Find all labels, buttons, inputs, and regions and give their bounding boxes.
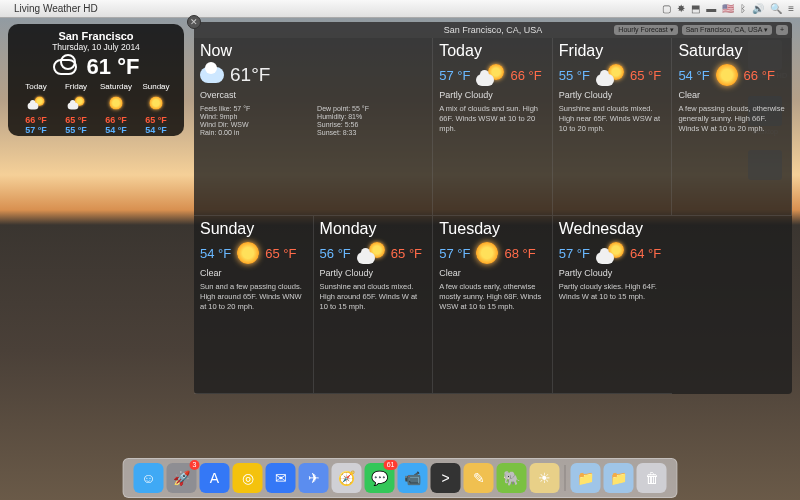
card-lo: 56 °F [320, 246, 351, 261]
finder-icon: ☺ [141, 470, 155, 486]
card-description: Sun and a few passing clouds. High aroun… [200, 282, 307, 311]
app-name[interactable]: Living Weather HD [14, 3, 98, 14]
sun-icon [149, 96, 162, 109]
facetime-icon: 📹 [404, 470, 421, 486]
spotlight-icon[interactable]: 🔍 [770, 3, 782, 14]
evernote-icon: 🐘 [503, 470, 520, 486]
add-location-button[interactable]: + [776, 25, 788, 35]
dock-app-launchpad[interactable]: 🚀3 [167, 463, 197, 493]
dock-app-terminal[interactable]: > [431, 463, 461, 493]
widget-temp: 61 °F [87, 54, 140, 80]
now-card: Now 61°F Overcast Feels like: 57 °F Wind… [194, 38, 433, 216]
dock-app-mailplane[interactable]: ✈ [299, 463, 329, 493]
badge: 3 [190, 460, 200, 470]
card-title: Friday [559, 42, 666, 60]
evernote-tray-icon[interactable]: ✸ [677, 3, 685, 14]
card-lo: 54 °F [678, 68, 709, 83]
menubar[interactable]: Living Weather HD ▢ ✸ ⬒ ▬ 🇺🇸 ᛒ 🔊 🔍 ≡ [0, 0, 800, 18]
day-lo: 57 °F [16, 125, 56, 135]
cloud-icon [200, 67, 224, 83]
airplay-icon[interactable]: ▢ [662, 3, 671, 14]
day-lo: 54 °F [96, 125, 136, 135]
partly-cloudy-icon [357, 242, 385, 264]
card-condition: Clear [200, 268, 307, 278]
close-button[interactable]: ✕ [187, 15, 201, 29]
day-label: Friday [56, 82, 96, 91]
widget-day: Sunday65 °F54 °F [136, 82, 176, 135]
widget-now: 61 °F [16, 54, 176, 80]
card-title: Monday [320, 220, 427, 238]
day-lo: 54 °F [136, 125, 176, 135]
weather-widget[interactable]: San Francisco Thursday, 10 July 2014 61 … [8, 24, 184, 136]
widget-forecast-row: Today66 °F57 °FFriday65 °F55 °FSaturday6… [16, 82, 176, 135]
dock-app-evernote[interactable]: 🐘 [497, 463, 527, 493]
dock-app-messages[interactable]: 💬61 [365, 463, 395, 493]
messages-icon: 💬 [371, 470, 388, 486]
window-titlebar[interactable]: ✕ San Francisco, CA, USA Hourly Forecast… [194, 22, 792, 38]
volume-icon[interactable]: 🔊 [752, 3, 764, 14]
card-condition: Partly Cloudy [559, 90, 666, 100]
card-title: Today [439, 42, 546, 60]
partly-cloudy-icon [596, 242, 624, 264]
now-temp: 61°F [230, 64, 270, 86]
card-lo: 57 °F [559, 246, 590, 261]
battery-icon[interactable]: ▬ [706, 3, 716, 14]
input-flag-icon[interactable]: 🇺🇸 [722, 3, 734, 14]
day-lo: 55 °F [56, 125, 96, 135]
dock-app-mail[interactable]: ✉ [266, 463, 296, 493]
card-lo: 57 °F [439, 68, 470, 83]
day-hi: 66 °F [96, 115, 136, 125]
dock-app-safari[interactable]: 🧭 [332, 463, 362, 493]
forecast-card: Saturday 54 °F66 °F Clear A few passing … [672, 38, 792, 216]
card-condition: Partly Cloudy [439, 90, 546, 100]
card-description: A few passing clouds, otherwise generall… [678, 104, 785, 133]
card-hi: 66 °F [744, 68, 775, 83]
bluetooth-icon[interactable]: ᛒ [740, 3, 746, 14]
dock-app-chrome[interactable]: ◎ [233, 463, 263, 493]
dock-app-facetime[interactable]: 📹 [398, 463, 428, 493]
dock-app-notes[interactable]: ✎ [464, 463, 494, 493]
now-condition: Overcast [200, 90, 426, 100]
forecast-card: Sunday 54 °F65 °F Clear Sun and a few pa… [194, 216, 314, 394]
card-title: Now [200, 42, 426, 60]
detail-sunset: Sunset: 8:33 [317, 129, 426, 136]
card-description: A mix of clouds and sun. High 66F. Winds… [439, 104, 546, 133]
forecast-card: Monday 56 °F65 °F Partly Cloudy Sunshine… [314, 216, 434, 394]
detail-dew: Dew point: 55 °F [317, 105, 426, 112]
dock-app-weather[interactable]: ☀ [530, 463, 560, 493]
notes-icon: ✎ [473, 470, 485, 486]
widget-day: Today66 °F57 °F [16, 82, 56, 135]
dock-app-folder2[interactable]: 📁 [604, 463, 634, 493]
mail-icon: ✉ [275, 470, 287, 486]
card-hi: 65 °F [265, 246, 296, 261]
forecast-mode-dropdown[interactable]: Hourly Forecast ▾ [614, 25, 677, 35]
dock-app-appstore[interactable]: A [200, 463, 230, 493]
sun-icon [476, 242, 498, 264]
appstore-icon: A [210, 470, 219, 486]
card-hi: 68 °F [504, 246, 535, 261]
notification-center-icon[interactable]: ≡ [788, 3, 794, 14]
forecast-card: Today 57 °F66 °F Partly Cloudy A mix of … [433, 38, 553, 216]
card-hi: 64 °F [630, 246, 661, 261]
day-label: Sunday [136, 82, 176, 91]
partly-cloudy-icon [476, 64, 504, 86]
location-dropdown[interactable]: San Francisco, CA, USA ▾ [682, 25, 772, 35]
dock-app-finder[interactable]: ☺ [134, 463, 164, 493]
detail-wind: Wind: 9mph [200, 113, 309, 120]
forecast-card: Tuesday 57 °F68 °F Clear A few clouds ea… [433, 216, 553, 394]
card-description: A few clouds early, otherwise mostly sun… [439, 282, 546, 311]
card-lo: 57 °F [439, 246, 470, 261]
card-title: Sunday [200, 220, 307, 238]
window-title: San Francisco, CA, USA [444, 25, 543, 35]
day-hi: 65 °F [56, 115, 96, 125]
weather-window[interactable]: ✕ San Francisco, CA, USA Hourly Forecast… [194, 22, 792, 394]
dock-separator [565, 465, 566, 491]
dropbox-tray-icon[interactable]: ⬒ [691, 3, 700, 14]
sun-icon [237, 242, 259, 264]
detail-wind-dir: Wind Dir: WSW [200, 121, 309, 128]
dock-app-trash[interactable]: 🗑 [637, 463, 667, 493]
dock-app-folder1[interactable]: 📁 [571, 463, 601, 493]
widget-date: Thursday, 10 July 2014 [16, 42, 176, 52]
dock[interactable]: ☺🚀3A◎✉✈🧭💬61📹>✎🐘☀📁📁🗑 [123, 458, 678, 498]
card-title: Wednesday [559, 220, 667, 238]
